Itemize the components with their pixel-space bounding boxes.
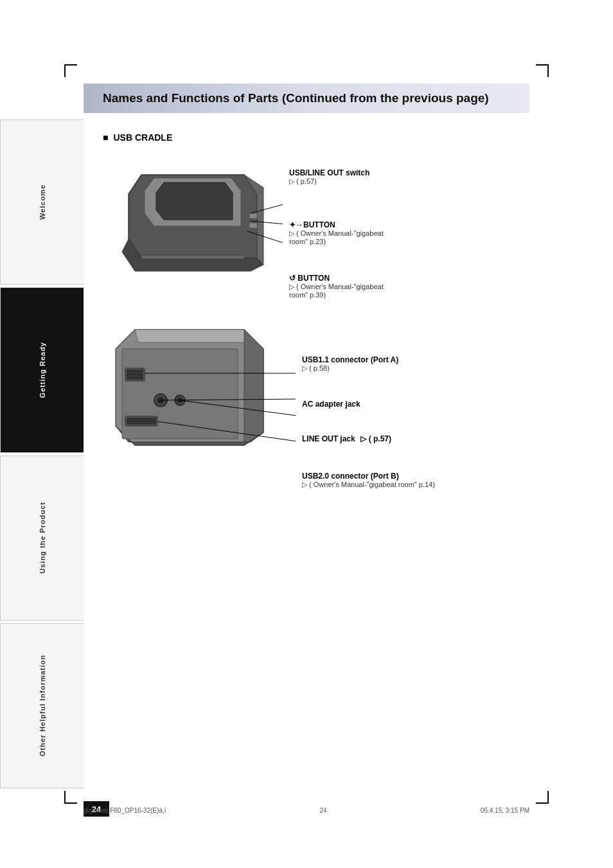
sidebar: Welcome Getting Ready Using the Product …	[0, 120, 84, 791]
sidebar-label-getting-ready: Getting Ready	[39, 342, 46, 398]
top-cradle-svg	[103, 155, 283, 297]
ref-plus-button-line1: ▷ ( Owner's Manual-"gigabeat	[289, 229, 384, 238]
annotation-line-out: LINE OUT jack ▷ ( p.57)	[302, 434, 435, 443]
bottom-diagram-annotations: USB1.1 connector (Port A) ▷ ( p.58) AC a…	[296, 317, 435, 494]
label-c-button: ↺ BUTTON	[289, 274, 384, 283]
annotation-ac-jack: AC adapter jack	[302, 400, 435, 409]
ref-c-button-line1: ▷ ( Owner's Manual-"gigabeat	[289, 283, 384, 291]
sidebar-item-welcome[interactable]: Welcome	[0, 120, 84, 285]
annotation-usb-line-out: USB/LINE OUT switch ▷ ( p.57)	[289, 168, 384, 186]
annotation-usb20: USB2.0 connector (Port B) ▷ ( Owner's Ma…	[302, 472, 435, 489]
annotation-plus-button: ✦→BUTTON ▷ ( Owner's Manual-"gigabeat ro…	[289, 220, 384, 245]
ref-usb11: ▷ ( p.58)	[302, 364, 435, 373]
label-usb20: USB2.0 connector (Port B)	[302, 472, 435, 481]
bottom-cradle-svg	[103, 317, 296, 471]
header-band: Names and Functions of Parts (Continued …	[84, 84, 529, 113]
label-ac-jack: AC adapter jack	[302, 400, 435, 409]
sidebar-item-using-product[interactable]: Using the Product	[0, 456, 84, 621]
corner-mark-tl	[64, 64, 77, 77]
svg-rect-17	[127, 370, 143, 379]
sidebar-label-welcome: Welcome	[39, 184, 46, 220]
corner-mark-br	[536, 791, 549, 804]
section-title: USB CRADLE	[103, 132, 510, 143]
sidebar-item-other-info[interactable]: Other Helpful Information	[0, 623, 84, 788]
footer: gigabeat F60_OP16-32(E)à,ì 24 05.4.15, 3…	[0, 807, 613, 814]
svg-rect-6	[249, 223, 257, 228]
label-usb11: USB1.1 connector (Port A)	[302, 355, 435, 364]
footer-left: gigabeat F60_OP16-32(E)à,ì	[84, 807, 166, 814]
ref-plus-button-line2: room" p.23)	[289, 238, 384, 245]
sidebar-label-using-product: Using the Product	[39, 502, 46, 574]
svg-rect-5	[249, 213, 257, 218]
label-line-out: LINE OUT jack ▷ ( p.57)	[302, 434, 435, 443]
svg-rect-19	[127, 418, 155, 424]
corner-mark-tr	[536, 64, 549, 77]
ref-usb20: ▷ ( Owner's Manual-"gigabeat room" p.14)	[302, 481, 435, 489]
section-title-text: USB CRADLE	[113, 132, 172, 143]
footer-right: 05.4.15, 3:15 PM	[481, 807, 529, 814]
sidebar-item-getting-ready[interactable]: Getting Ready	[0, 287, 84, 452]
top-diagram-annotations: USB/LINE OUT switch ▷ ( p.57) ✦→BUTTON ▷…	[283, 155, 384, 304]
footer-center: 24	[320, 807, 327, 814]
top-cradle-diagram: USB/LINE OUT switch ▷ ( p.57) ✦→BUTTON ▷…	[103, 155, 510, 304]
ref-c-button-line2: room" p.39)	[289, 291, 384, 299]
svg-rect-7	[141, 255, 244, 259]
label-usb-line-out: USB/LINE OUT switch	[289, 168, 384, 177]
annotation-usb11: USB1.1 connector (Port A) ▷ ( p.58)	[302, 355, 435, 373]
bottom-cradle-diagram: USB1.1 connector (Port A) ▷ ( p.58) AC a…	[103, 317, 510, 494]
label-plus-button: ✦→BUTTON	[289, 220, 384, 229]
page-title: Names and Functions of Parts (Continued …	[103, 91, 489, 105]
ref-usb-line-out: ▷ ( p.57)	[289, 177, 384, 186]
svg-marker-13	[244, 330, 263, 445]
corner-mark-bl	[64, 791, 77, 804]
annotation-c-button: ↺ BUTTON ▷ ( Owner's Manual-"gigabeat ro…	[289, 274, 384, 299]
main-content: USB CRADLE	[84, 120, 529, 791]
svg-marker-2	[156, 182, 233, 220]
sidebar-label-other-info: Other Helpful Information	[39, 655, 46, 756]
